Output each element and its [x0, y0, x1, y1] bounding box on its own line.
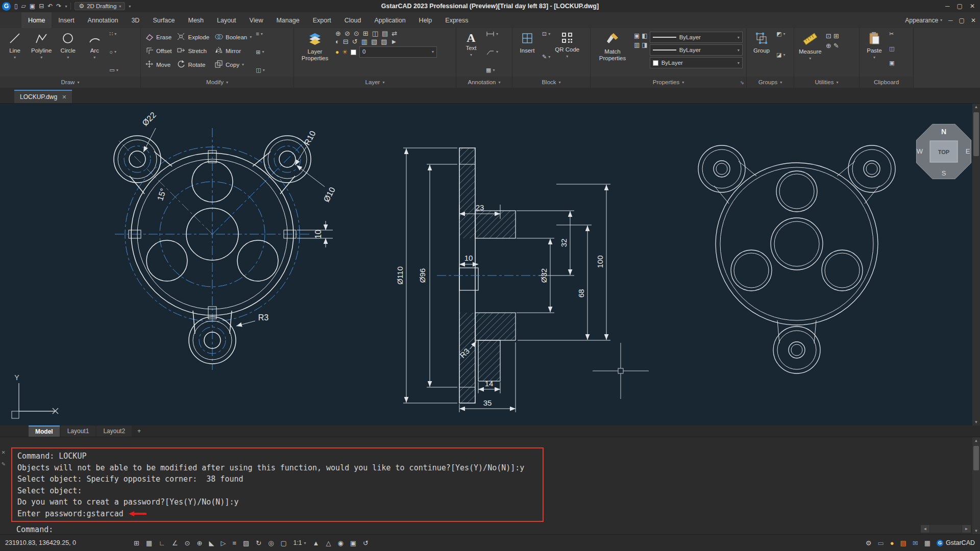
quick-select-tool[interactable]: ⊡	[826, 32, 831, 40]
layer-dropdown[interactable]: 0 ▾	[359, 46, 437, 58]
scroll-thumb[interactable]	[973, 446, 979, 470]
explode-tool[interactable]: Explode	[175, 30, 211, 44]
panel-label-utilities[interactable]: Utilities▾	[794, 77, 859, 88]
open-file-icon[interactable]: ▱	[21, 3, 26, 9]
utility-tool[interactable]: ✎	[834, 42, 839, 49]
add-layout-button[interactable]: +	[133, 425, 145, 437]
paste-special-tool[interactable]: ▣	[889, 60, 894, 66]
gear-icon[interactable]: ⚙	[866, 540, 872, 546]
panel-label-clipboard[interactable]: Clipboard	[860, 77, 913, 88]
grid-icon[interactable]: ▦	[146, 540, 152, 546]
scroll-thumb[interactable]	[973, 112, 979, 156]
layer-tool-icon[interactable]: ▥	[361, 38, 368, 45]
doc-close-button[interactable]: ✕	[971, 17, 976, 24]
tab-express[interactable]: Express	[438, 12, 475, 28]
isolate-objects-icon[interactable]: ◉	[337, 540, 343, 546]
tab-close-icon[interactable]: ✕	[62, 94, 66, 101]
edit-block-tool[interactable]: ✎ ▾	[542, 54, 550, 60]
undo-icon[interactable]: ↶	[47, 3, 53, 9]
panel-label-groups[interactable]: Groups▾	[747, 77, 794, 88]
lineweight-icon[interactable]: ≡	[232, 540, 236, 546]
annotation-visibility-icon[interactable]: ▲	[313, 540, 320, 546]
id-point-tool[interactable]: ⊕	[826, 42, 831, 49]
properties-tool-icon[interactable]: ◧	[642, 32, 647, 39]
otrack-icon[interactable]: ⊕	[197, 540, 203, 546]
document-tab-lockup[interactable]: LOCKUP.dwg ✕	[14, 90, 72, 103]
annotation-autoscale-icon[interactable]: △	[326, 540, 331, 546]
rectangle-tool[interactable]: ▭ ▾	[109, 67, 118, 73]
selection-cycling-icon[interactable]: ↻	[256, 540, 261, 546]
sheet-icon[interactable]: ▤	[900, 540, 906, 546]
mirror-tool[interactable]: Mirror	[213, 44, 253, 58]
viewcube[interactable]: TOP N S W E	[916, 124, 971, 179]
zoom-icon[interactable]: ◎	[268, 540, 274, 546]
cut-tool[interactable]: ✂	[889, 31, 894, 37]
polar-icon[interactable]: ∠	[172, 540, 178, 546]
tab-3d[interactable]: 3D	[125, 12, 146, 28]
fillet-tool[interactable]: ≡ ▾	[256, 31, 264, 37]
properties-tool-icon[interactable]: ▣	[634, 32, 640, 39]
layer-color-swatch[interactable]	[351, 49, 356, 55]
qat-dropdown-icon[interactable]: ▾	[65, 4, 67, 9]
redo-icon[interactable]: ↷	[56, 3, 61, 9]
text-tool[interactable]: A Text▾	[459, 30, 483, 59]
leader-tool[interactable]: ▾	[486, 49, 498, 55]
viewcube-west[interactable]: W	[917, 147, 923, 155]
layer-thaw-icon[interactable]: ☀	[342, 49, 348, 55]
panel-label-block[interactable]: Block▾	[512, 77, 590, 88]
tab-mesh[interactable]: Mesh	[181, 12, 210, 28]
erase-tool[interactable]: Erase	[143, 30, 173, 44]
fullscreen-icon[interactable]: ▦	[924, 540, 930, 546]
scroll-down-icon[interactable]: ▼	[974, 420, 978, 424]
create-block-tool[interactable]: ⊡ ▾	[542, 31, 550, 37]
workspace-selector[interactable]: ⚙ 2D Drafting ▾	[75, 2, 125, 10]
appearance-menu[interactable]: Appearance▾	[905, 17, 942, 24]
annotation-scale-control[interactable]: 1:1▾	[293, 539, 306, 546]
maximize-button[interactable]: ▢	[957, 3, 963, 10]
dimension-tool[interactable]: ▾	[486, 31, 498, 37]
qr-code-button[interactable]: QR Code▾	[553, 30, 581, 60]
stretch-tool[interactable]: Stretch	[175, 44, 211, 58]
display-icon[interactable]: ▭	[877, 540, 884, 546]
scroll-up-icon[interactable]: ▲	[974, 105, 978, 109]
doc-minimize-button[interactable]: ─	[948, 17, 953, 24]
ungroup-tool[interactable]: ◩ ▾	[776, 31, 785, 37]
tab-help[interactable]: Help	[412, 12, 439, 28]
layer-tool-icon[interactable]: ↺	[352, 38, 358, 45]
tab-layout[interactable]: Layout	[210, 12, 243, 28]
properties-tool-icon[interactable]: ◨	[642, 41, 647, 48]
ortho-icon[interactable]: ∟	[159, 540, 165, 546]
layer-tool-icon[interactable]: ◫	[372, 30, 378, 37]
array-tool[interactable]: ⊞ ▾	[256, 49, 264, 55]
arc-tool[interactable]: Arc▾	[82, 30, 107, 61]
offset-tool[interactable]: Offset	[143, 44, 173, 58]
tab-view[interactable]: View	[243, 12, 270, 28]
refresh-icon[interactable]: ↺	[363, 540, 369, 546]
group-button[interactable]: Group	[749, 30, 774, 56]
layer-tool-icon[interactable]: ⊙	[354, 30, 359, 37]
new-file-icon[interactable]: ▯	[14, 3, 18, 9]
layer-tool-icon[interactable]: ◐	[335, 38, 339, 45]
layer-tool-icon[interactable]: ▧	[371, 38, 377, 45]
line-tool[interactable]: Line▾	[3, 30, 27, 61]
plot-icon[interactable]: ⊟	[39, 3, 44, 9]
drawing-area[interactable]: Ø22 R10 Ø10 15° 10 R3	[0, 104, 980, 425]
layout-tab-layout1[interactable]: Layout1	[61, 425, 96, 437]
message-icon[interactable]: ✉	[913, 540, 918, 546]
circle-tool[interactable]: Circle▾	[56, 30, 80, 61]
dialog-launcher-icon[interactable]: ⇘	[740, 80, 744, 85]
layer-tool-icon[interactable]: ►	[391, 38, 398, 45]
tab-surface[interactable]: Surface	[146, 12, 181, 28]
trim-tool[interactable]: ◫ ▾	[256, 67, 264, 73]
osnap-icon[interactable]: ⊙	[185, 540, 190, 546]
panel-label-properties[interactable]: Properties▾ ⇘	[591, 77, 746, 88]
layer-tool-icon[interactable]: ▨	[381, 38, 387, 45]
viewcube-south[interactable]: S	[942, 169, 946, 177]
rotate-tool[interactable]: Rotate	[175, 58, 211, 71]
doc-restore-button[interactable]: ▢	[959, 17, 965, 24]
layout-tab-model[interactable]: Model	[29, 425, 60, 437]
copy-clip-tool[interactable]: ◫	[889, 46, 894, 52]
move-tool[interactable]: Move	[143, 58, 173, 71]
bulb-icon[interactable]: ●	[890, 540, 894, 546]
canvas-scrollbar[interactable]: ▲ ▼	[972, 104, 980, 425]
